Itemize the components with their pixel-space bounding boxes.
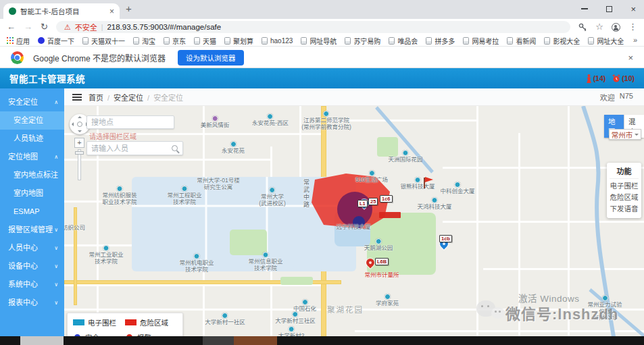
sidebar-item[interactable]: 系统中心 ∨	[0, 275, 64, 294]
poi-name: 常州大学 (武进校区)	[259, 194, 286, 207]
marker-label[interactable]: L1	[357, 200, 368, 207]
bookmark-item[interactable]: 网址导航	[301, 36, 337, 46]
green-patch	[280, 277, 313, 285]
bookmark-favicon	[164, 37, 170, 45]
bookmark-item[interactable]: 聚划算	[224, 36, 253, 46]
map-place-label: 常州纺织服装 职业技术学院	[102, 186, 137, 205]
taskbar-item[interactable]	[234, 336, 277, 345]
bookmark-item[interactable]: 网址大全	[588, 36, 624, 46]
map-place-label: 纺织公司	[64, 225, 85, 232]
taskbar[interactable]	[0, 336, 644, 345]
bookmark-favicon	[301, 37, 307, 45]
collapse-menu-icon[interactable]	[72, 94, 82, 101]
sidebar-item[interactable]: 设备中心 ∨	[0, 257, 64, 275]
key-icon[interactable]	[578, 23, 587, 32]
bookmark-item[interactable]: 京东	[164, 36, 186, 46]
forward-button[interactable]: →	[24, 22, 32, 32]
new-tab-button[interactable]: +	[126, 3, 132, 14]
sidebar-item[interactable]: 室内地点标注	[0, 166, 64, 184]
search-icon[interactable]	[172, 145, 178, 151]
person-alert[interactable]: (14)	[586, 74, 606, 83]
bookmark-item[interactable]: 网易考拉	[463, 36, 499, 46]
bookmark-favicon	[262, 37, 268, 45]
sidebar-item[interactable]: 定位地图 ∧	[0, 148, 64, 166]
map-function-item[interactable]: 下发语音	[607, 203, 641, 215]
sidebar-item[interactable]: ESMAP	[0, 203, 64, 221]
alarm-flag-marker[interactable]	[424, 178, 425, 188]
alarm-alert[interactable]: (10)	[612, 74, 635, 82]
pan-up-arrow[interactable]	[78, 116, 82, 118]
chrome-logo-icon	[11, 51, 24, 64]
bookmark-star-icon[interactable]: ☆	[595, 22, 603, 32]
profile-avatar-icon[interactable]	[612, 23, 620, 32]
map-function-item[interactable]: 危险区域	[607, 192, 641, 203]
sidebar-item[interactable]: 报表中心 ∨	[0, 294, 64, 312]
sidebar-item[interactable]: 人员中心 ∨	[0, 239, 64, 257]
marker-label[interactable]: 1cb	[439, 235, 452, 242]
not-secure-warning-icon[interactable]: ⚠	[64, 23, 71, 32]
marker-label[interactable]: 1c6	[380, 195, 393, 203]
browser-tab[interactable]: 智能工卡-后台项目 ×	[3, 3, 120, 19]
bookmark-item[interactable]: 影视大全	[544, 36, 580, 46]
bookmark-item[interactable]: hao123	[262, 37, 293, 45]
taskbar-item[interactable]	[20, 336, 64, 345]
bookmark-item[interactable]: 天猫双十一	[82, 36, 125, 46]
legend-marker	[73, 319, 84, 325]
poi-icon	[222, 313, 228, 319]
tab-close-icon[interactable]: ×	[107, 7, 114, 16]
bookmark-item[interactable]: 唯品会	[389, 36, 418, 46]
bookmark-item[interactable]: 看新闻	[507, 36, 536, 46]
sidebar-item[interactable]: 安全定位	[0, 111, 64, 130]
city-selector[interactable]: 常州市	[609, 129, 641, 140]
search-person-box	[86, 141, 183, 155]
bookmark-item[interactable]: 苏宁易购	[345, 36, 380, 46]
window-close-button[interactable]: ×	[630, 5, 636, 14]
bookmark-item[interactable]: 百度一下	[38, 36, 74, 46]
window-maximize-button[interactable]	[606, 6, 612, 12]
pan-left-arrow[interactable]	[72, 122, 74, 126]
breadcrumb-item[interactable]: 首页	[89, 92, 103, 103]
sidebar-item[interactable]: 室内地图	[0, 184, 64, 203]
banner-close-icon[interactable]: ×	[628, 53, 633, 63]
browser-tab-strip: 智能工卡-后台项目 × + ×	[0, 0, 644, 19]
caret-down-icon	[635, 134, 639, 138]
bookmark-favicon	[345, 37, 351, 45]
zoom-slider-handle[interactable]	[75, 151, 84, 155]
bookmarks-overflow-icon[interactable]: »	[633, 36, 637, 44]
menu-dots-icon[interactable]: ⋮	[628, 22, 637, 32]
search-place-input[interactable]	[86, 115, 174, 129]
marker-label[interactable]: 25	[368, 198, 378, 205]
bookmark-item[interactable]: 拼多多	[426, 36, 455, 46]
breadcrumb-item[interactable]: 安全定位	[103, 92, 143, 103]
chevron-icon: ∧	[54, 93, 58, 111]
poi-icon	[414, 177, 420, 183]
map-canvas[interactable]: 常武中路 美新风情街 永安花苑-西区 江苏第二师范学院 (常州学前教育分院)	[64, 106, 644, 345]
set-default-browser-button[interactable]: 设为默认浏览器	[178, 50, 244, 65]
sidebar-item[interactable]: 人员轨迹	[0, 130, 64, 148]
search-person-input[interactable]	[87, 144, 172, 153]
poi-name: 永安花苑	[222, 148, 245, 155]
breadcrumb-item[interactable]: 安全定位	[143, 92, 183, 103]
bookmark-item[interactable]: 天猫	[194, 36, 216, 46]
wechat-id-watermark: 微信号:lnshzdh	[505, 302, 618, 323]
bookmark-item[interactable]: 应用	[7, 36, 30, 46]
sidebar-item[interactable]: 安全定位 ∧	[0, 93, 64, 111]
reload-button[interactable]: ↻	[41, 22, 48, 32]
pan-center-dot[interactable]	[77, 122, 82, 127]
bookmark-item[interactable]: 淘宝	[133, 36, 155, 46]
window-minimize-button[interactable]	[581, 8, 588, 9]
sidebar-item[interactable]: 报警区域管理 ∨	[0, 221, 64, 239]
poi-name: 常州机电职业 技术学院	[179, 260, 214, 273]
map-function-item[interactable]: 电子围栏	[607, 180, 641, 192]
address-bar[interactable]: ⚠ 不安全 | 218.93.5.75:9003/#/manage/safe	[56, 21, 570, 33]
poi-icon	[454, 182, 460, 188]
back-button[interactable]: ←	[7, 22, 16, 32]
taskbar-item[interactable]	[203, 336, 234, 345]
red-area-label	[379, 212, 401, 218]
fence-select-hint[interactable]: 请选择围栏区域	[89, 131, 137, 141]
poi-name: 常州纺织服装 职业技术学院	[102, 192, 137, 205]
marker-label[interactable]: L6B	[375, 258, 389, 265]
pan-down-arrow[interactable]	[78, 130, 82, 132]
bookmark-favicon	[544, 37, 550, 45]
zoom-in-button[interactable]: +	[74, 138, 84, 148]
